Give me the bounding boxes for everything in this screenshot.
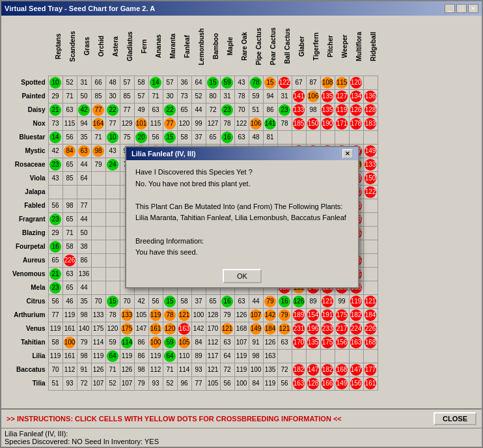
window-controls: _ □ ✕ (445, 4, 478, 13)
ok-button[interactable]: OK (223, 269, 262, 283)
modal-close-button[interactable]: ✕ (342, 149, 353, 158)
minimize-button[interactable]: _ (445, 4, 455, 13)
close-button[interactable]: CLOSE (434, 412, 476, 425)
status-bar: Lilia Fanleaf (IV, III): Species Discove… (1, 428, 482, 447)
instruction-text: >> INSTRUCTIONS: CLICK CELLS WITH YELLOW… (7, 415, 342, 423)
close-window-button[interactable]: ✕ (468, 4, 478, 13)
discovered-answer: No. You have not bred this plant yet. (135, 178, 349, 190)
instruction-bar: >> INSTRUCTIONS: CLICK CELLS WITH YELLOW… (1, 408, 482, 428)
breeding-label: Breeding Information: (135, 236, 349, 247)
modal-title-text: Lilia Fanleaf (IV, III) (131, 150, 196, 158)
maximize-button[interactable]: □ (456, 4, 467, 13)
mutation-label: This Plant Can Be Mutated Into (and From… (135, 201, 349, 213)
window-title: Virtual Seed Tray - Seed Chart for Game … (5, 5, 155, 12)
modal-overlay: Lilia Fanleaf (IV, III) ✕ Have I Discove… (1, 16, 482, 408)
modal-title-bar: Lilia Fanleaf (IV, III) ✕ (126, 147, 358, 160)
status-line1: Lilia Fanleaf (IV, III): (5, 430, 478, 438)
status-line2: Species Discovered: NO Seed In Inventory… (5, 438, 478, 445)
discovered-question: Have I Discovered this Species Yet ? (135, 167, 349, 178)
modal-body: Have I Discovered this Species Yet ? No.… (126, 160, 358, 265)
content-area: ReptansScandensGrassOrchidAsteraGladiatu… (1, 16, 482, 408)
breeding-value: You have this seed. (135, 247, 349, 259)
title-bar: Virtual Seed Tray - Seed Chart for Game … (1, 1, 482, 16)
modal-dialog: Lilia Fanleaf (IV, III) ✕ Have I Discove… (125, 146, 359, 288)
modal-footer: OK (126, 265, 358, 287)
mutation-value: Lilia Maranta, Tahitian Fanleaf, Lilia L… (135, 212, 349, 224)
main-window: Virtual Seed Tray - Seed Chart for Game … (0, 0, 483, 448)
